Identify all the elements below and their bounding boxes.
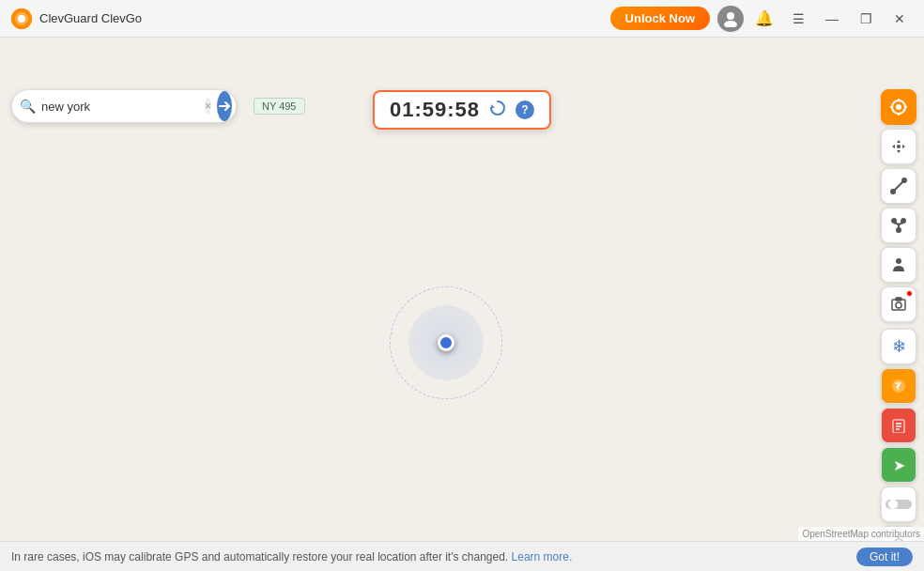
move-tool-button[interactable] <box>881 129 916 164</box>
close-button[interactable]: ✕ <box>886 6 913 32</box>
snowflake-button[interactable]: ❄ <box>881 329 916 364</box>
avatar-button[interactable] <box>717 6 744 32</box>
app-title: ClevGuard ClevGo <box>39 11 142 25</box>
route-tool-button[interactable] <box>881 168 916 204</box>
bottom-info-bar: In rare cases, iOS may calibrate GPS and… <box>0 541 924 571</box>
timer-help-button[interactable]: ? <box>516 100 534 119</box>
search-input[interactable] <box>41 100 199 114</box>
map-container[interactable]: Hoboken New York Manhattan Bridge I 78 I… <box>0 38 924 571</box>
person-tool-button[interactable] <box>881 247 916 283</box>
svg-point-3 <box>727 12 734 20</box>
toolbar <box>881 89 916 322</box>
unlock-button[interactable]: Unlock Now <box>610 7 710 30</box>
bottom-message-text: In rare cases, iOS may calibrate GPS and… <box>11 550 508 563</box>
timer-refresh-button[interactable] <box>489 100 506 121</box>
svg-point-117 <box>896 104 901 110</box>
search-clear-button[interactable]: × <box>205 98 211 115</box>
svg-point-127 <box>892 219 896 223</box>
svg-point-132 <box>896 258 901 264</box>
info-button[interactable] <box>881 408 916 443</box>
svg-point-2 <box>18 15 25 23</box>
svg-marker-116 <box>491 104 495 108</box>
svg-point-126 <box>897 228 901 232</box>
maximize-button[interactable]: ❐ <box>853 6 879 32</box>
title-bar-left: ClevGuard ClevGo <box>11 8 142 29</box>
svg-point-134 <box>896 302 901 308</box>
bottom-message: In rare cases, iOS may calibrate GPS and… <box>11 550 856 563</box>
title-bar-right: Unlock Now 🔔 ☰ — ❐ ✕ <box>610 6 913 32</box>
svg-point-143 <box>888 500 898 509</box>
toggle-button[interactable] <box>881 486 916 522</box>
minimize-button[interactable]: — <box>819 6 845 32</box>
svg-point-123 <box>897 145 901 148</box>
search-go-button[interactable] <box>217 91 232 121</box>
title-bar: ClevGuard ClevGo Unlock Now 🔔 ☰ — ❐ ✕ <box>0 0 924 38</box>
route-badge: NY 495 <box>254 98 305 115</box>
svg-point-125 <box>902 178 906 182</box>
app-logo <box>11 8 32 29</box>
svg-point-4 <box>724 21 737 27</box>
search-bar: 🔍 × <box>11 89 237 123</box>
timer-display: 01:59:58 <box>390 98 480 122</box>
notification-bell-button[interactable]: 🔔 <box>751 6 778 32</box>
svg-line-131 <box>899 223 903 224</box>
svg-rect-135 <box>896 298 901 301</box>
got-it-button[interactable]: Got it! <box>856 548 913 566</box>
learn-more-link[interactable]: Learn more. <box>512 550 573 563</box>
branch-tool-button[interactable] <box>881 208 916 243</box>
svg-point-128 <box>901 219 905 223</box>
timer-box: 01:59:58 ? <box>373 90 551 130</box>
location-button[interactable] <box>881 89 916 125</box>
osm-attribution: OpenStreetMap contributors <box>798 527 924 541</box>
svg-line-130 <box>894 223 899 224</box>
search-icon: 🔍 <box>20 99 36 114</box>
coin-button[interactable]: ₮ <box>881 368 916 404</box>
send-button[interactable]: ➤ <box>881 447 916 483</box>
screenshot-tool-button[interactable] <box>881 286 916 322</box>
menu-button[interactable]: ☰ <box>785 6 811 32</box>
svg-text:₮: ₮ <box>895 381 901 392</box>
svg-point-124 <box>891 190 895 193</box>
